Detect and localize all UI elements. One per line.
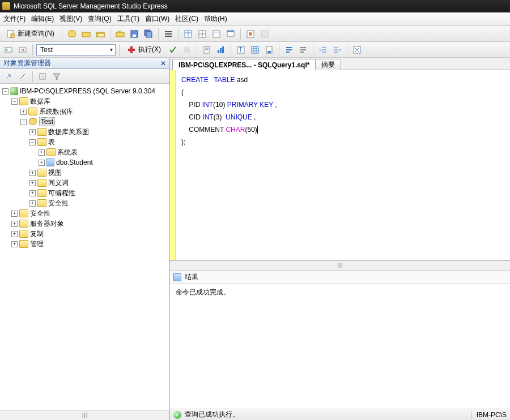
tb2-btn-13[interactable] [317, 44, 329, 56]
tree-tables-node[interactable]: −表 [1, 137, 169, 147]
tab-query[interactable]: IBM-PC\SQLEXPRES... - SQLQuery1.sql* [172, 59, 316, 70]
results-tab[interactable]: 结果 [185, 272, 198, 282]
tree-sysdb-node[interactable]: +系统数据库 [1, 106, 169, 117]
tree-server-node[interactable]: −IBM-PC\SQLEXPRESS (SQL Server 9.0.304 [1, 86, 169, 96]
expand-icon[interactable]: + [29, 170, 36, 176]
tb2-btn-10[interactable] [263, 44, 275, 56]
object-explorer-header: 对象资源管理器 ✕ [0, 58, 169, 69]
execute-label: 执行(X) [138, 45, 161, 54]
toolbar-main: 新建查询(N) [0, 26, 510, 42]
tb-btn-1[interactable] [66, 28, 78, 40]
expand-icon[interactable]: + [29, 190, 36, 196]
tb-btn-4[interactable] [114, 28, 126, 40]
tree-security-node[interactable]: +安全性 [1, 208, 169, 218]
object-tree[interactable]: −IBM-PC\SQLEXPRESS (SQL Server 9.0.304 −… [0, 84, 169, 410]
tb2-btn-9[interactable] [249, 44, 261, 56]
tree-label: 系统表 [57, 148, 78, 157]
tree-dbsecurity-node[interactable]: +安全性 [1, 198, 169, 208]
svg-rect-1 [11, 34, 14, 37]
editor-hscrollbar[interactable]: III [170, 260, 510, 271]
tree-label: 视图 [48, 168, 62, 178]
tb2-btn-7[interactable] [215, 44, 227, 56]
parse-button[interactable] [167, 44, 179, 56]
tb-btn-11[interactable] [224, 28, 237, 40]
menu-window[interactable]: 窗口(W) [145, 14, 169, 24]
tb-btn-7[interactable] [162, 28, 175, 40]
separator [347, 44, 347, 55]
tb2-btn-11[interactable] [283, 44, 295, 56]
expand-icon[interactable]: + [39, 149, 45, 156]
tb-btn-12[interactable] [244, 28, 257, 40]
tree-replication-node[interactable]: +复制 [1, 229, 169, 239]
tree-diagrams-node[interactable]: +数据库关系图 [1, 127, 169, 137]
tab-summary[interactable]: 摘要 [315, 59, 341, 70]
results-file-icon [265, 45, 274, 54]
results-pane[interactable]: 命令已成功完成。 [170, 284, 510, 409]
expand-icon[interactable]: + [11, 241, 18, 247]
expand-icon[interactable]: + [29, 129, 36, 135]
menu-query[interactable]: 查询(Q) [88, 14, 111, 24]
expand-icon[interactable]: + [20, 109, 27, 115]
content-area: IBM-PC\SQLEXPRES... - SQLQuery1.sql* 摘要 … [170, 58, 510, 420]
tb2-btn-2[interactable] [16, 44, 29, 56]
execute-button[interactable]: 执行(X) [123, 44, 165, 56]
close-icon[interactable]: ✕ [160, 59, 166, 67]
menu-community[interactable]: 社区(C) [175, 14, 198, 24]
tb-btn-9[interactable] [196, 28, 209, 40]
sql-editor[interactable]: CREATE TABLE asd ( PID INT(10) PRIMARY K… [170, 70, 510, 260]
tree-programmability-node[interactable]: +可编程性 [1, 188, 169, 198]
tree-student-node[interactable]: +dbo.Student [1, 157, 169, 168]
refresh-icon [38, 72, 47, 81]
new-query-button[interactable]: 新建查询(N) [2, 28, 58, 40]
tree-serverobj-node[interactable]: +服务器对象 [1, 218, 169, 229]
collapse-icon[interactable]: − [2, 88, 8, 95]
sql-code[interactable]: CREATE TABLE asd ( PID INT(10) PRIMARY K… [176, 70, 283, 260]
tb-btn-6[interactable] [142, 28, 155, 40]
tree-management-node[interactable]: +管理 [1, 239, 169, 249]
collapse-icon[interactable]: − [29, 139, 36, 145]
results-grid-icon [250, 45, 260, 54]
tb-btn-10[interactable] [210, 28, 223, 40]
tree-databases-node[interactable]: −数据库 [1, 96, 169, 106]
oe-disconnect-button[interactable] [16, 70, 29, 83]
tb-btn-3[interactable] [94, 28, 107, 40]
grid-icon [198, 29, 207, 38]
tb-btn-8[interactable] [182, 28, 194, 40]
tree-synonyms-node[interactable]: +同义词 [1, 178, 169, 188]
menu-tools[interactable]: 工具(T) [117, 14, 139, 24]
menu-help[interactable]: 帮助(H) [204, 14, 227, 24]
tree-label: 系统数据库 [39, 107, 73, 117]
expand-icon[interactable]: + [11, 211, 18, 217]
tree-views-node[interactable]: +视图 [1, 168, 169, 178]
oe-connect-button[interactable] [2, 70, 15, 83]
tb-btn-5[interactable] [128, 28, 141, 40]
collapse-icon[interactable]: − [11, 98, 18, 105]
tb2-btn-12[interactable] [297, 44, 309, 56]
tb-btn-13[interactable] [258, 28, 271, 40]
tb2-btn-1[interactable] [2, 44, 15, 56]
tb-btn-2[interactable] [80, 28, 92, 40]
sidebar-hscrollbar[interactable]: III [0, 410, 169, 420]
expand-icon[interactable]: + [11, 231, 18, 237]
tree-systables-node[interactable]: +系统表 [1, 147, 169, 157]
expand-icon[interactable]: + [39, 160, 45, 166]
unplug-icon [18, 72, 27, 81]
cancel-exec-button[interactable] [181, 44, 193, 56]
expand-icon[interactable]: + [29, 200, 36, 207]
tb2-btn-15[interactable] [351, 44, 363, 56]
database-combobox[interactable]: Test ▾ [36, 44, 116, 55]
expand-icon[interactable]: + [29, 180, 36, 186]
collapse-icon[interactable]: − [20, 119, 27, 125]
oe-refresh-button[interactable] [36, 70, 49, 83]
tb2-btn-6[interactable] [201, 44, 213, 56]
oe-filter-button[interactable] [50, 70, 63, 83]
tree-testdb-node[interactable]: −Test [1, 117, 169, 127]
kw: CREATE [181, 76, 209, 84]
app-title: Microsoft SQL Server Management Studio E… [14, 2, 168, 10]
expand-icon[interactable]: + [11, 221, 18, 227]
tb2-btn-8[interactable]: T [235, 44, 247, 56]
menu-view[interactable]: 视图(V) [60, 14, 82, 24]
tb2-btn-14[interactable] [331, 44, 343, 56]
menu-file[interactable]: 文件(F) [3, 14, 26, 24]
menu-edit[interactable]: 编辑(E) [31, 14, 54, 24]
